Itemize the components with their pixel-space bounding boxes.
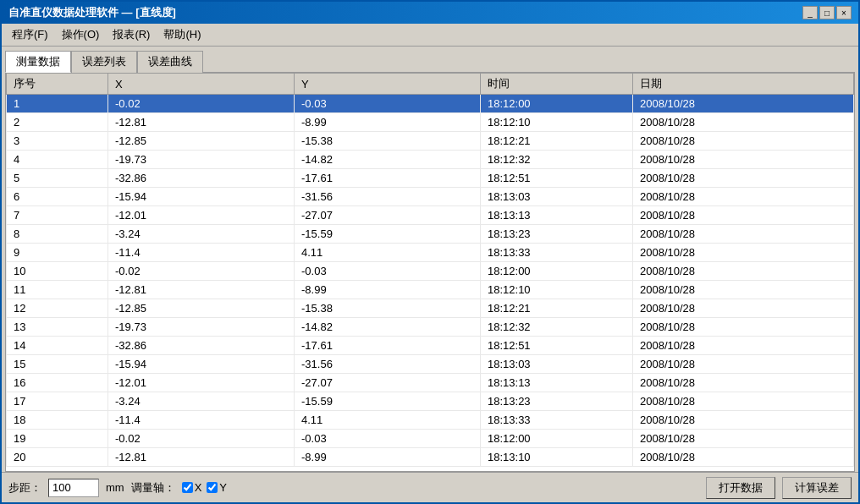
cell-seq: 11: [7, 281, 108, 299]
content-area: 序号 X Y 时间 日期 1-0.02-0.0318:12:002008/10/…: [5, 72, 855, 472]
status-bar: 步距： mm 调量轴： X Y 打开数据 计算误差: [2, 472, 858, 502]
menu-operation[interactable]: 操作(O): [55, 25, 107, 44]
menu-program[interactable]: 程序(F): [5, 25, 55, 44]
table-row[interactable]: 9-11.44.1118:13:332008/10/28: [7, 244, 854, 262]
menu-help[interactable]: 帮助(H): [157, 25, 207, 44]
cell-x: -3.24: [108, 225, 295, 244]
cell-y: -8.99: [295, 113, 481, 132]
table-row[interactable]: 17-3.24-15.5918:13:232008/10/28: [7, 392, 854, 411]
cell-y: -15.38: [295, 132, 481, 151]
col-header-y: Y: [295, 74, 481, 95]
cell-x: -3.24: [108, 392, 295, 411]
close-button[interactable]: ×: [836, 6, 852, 19]
cell-y: -0.03: [295, 430, 481, 448]
table-row[interactable]: 12-12.85-15.3818:12:212008/10/28: [7, 299, 854, 318]
cell-date: 2008/10/28: [633, 355, 854, 374]
table-row[interactable]: 14-32.86-17.6118:12:512008/10/28: [7, 337, 854, 355]
cell-time: 18:12:00: [481, 430, 633, 448]
tab-measurement-data[interactable]: 测量数据: [5, 51, 71, 73]
cell-x: -12.85: [108, 132, 295, 151]
table-row[interactable]: 2-12.81-8.9918:12:102008/10/28: [7, 113, 854, 132]
minimize-button[interactable]: _: [802, 6, 818, 19]
cell-x: -15.94: [108, 355, 295, 374]
cell-date: 2008/10/28: [633, 244, 854, 262]
table-row[interactable]: 6-15.94-31.5618:13:032008/10/28: [7, 188, 854, 206]
table-row[interactable]: 20-12.81-8.9918:13:102008/10/28: [7, 448, 854, 467]
table-row[interactable]: 4-19.73-14.8218:12:322008/10/28: [7, 151, 854, 169]
cell-y: -31.56: [295, 355, 481, 374]
cell-date: 2008/10/28: [633, 113, 854, 132]
maximize-button[interactable]: □: [819, 6, 835, 19]
table-row[interactable]: 19-0.02-0.0318:12:002008/10/28: [7, 430, 854, 448]
cell-time: 18:12:00: [481, 95, 633, 113]
window-title: 自准直仪数据处理软件 — [直线度]: [8, 5, 176, 20]
cell-date: 2008/10/28: [633, 411, 854, 430]
table-row[interactable]: 7-12.01-27.0718:13:132008/10/28: [7, 206, 854, 225]
tab-error-list[interactable]: 误差列表: [71, 51, 137, 73]
cell-y: -14.82: [295, 151, 481, 169]
table-row[interactable]: 10-0.02-0.0318:12:002008/10/28: [7, 262, 854, 281]
x-axis-checkbox-label[interactable]: X: [182, 481, 202, 494]
cell-time: 18:13:13: [481, 374, 633, 392]
cell-y: -15.38: [295, 299, 481, 318]
data-table-container[interactable]: 序号 X Y 时间 日期 1-0.02-0.0318:12:002008/10/…: [6, 73, 854, 471]
title-bar: 自准直仪数据处理软件 — [直线度] _ □ ×: [2, 2, 858, 24]
window-controls: _ □ ×: [802, 6, 852, 19]
cell-time: 18:12:00: [481, 262, 633, 281]
cell-seq: 5: [7, 169, 108, 188]
cell-y: 4.11: [295, 411, 481, 430]
calc-error-button[interactable]: 计算误差: [782, 477, 852, 499]
open-data-button[interactable]: 打开数据: [706, 477, 775, 499]
distance-input[interactable]: [48, 479, 99, 497]
cell-time: 18:13:13: [481, 206, 633, 225]
table-row[interactable]: 13-19.73-14.8218:12:322008/10/28: [7, 318, 854, 337]
cell-seq: 6: [7, 188, 108, 206]
cell-date: 2008/10/28: [633, 374, 854, 392]
cell-time: 18:13:10: [481, 448, 633, 467]
cell-y: -0.03: [295, 262, 481, 281]
cell-date: 2008/10/28: [633, 151, 854, 169]
cell-x: -0.02: [108, 430, 295, 448]
y-axis-checkbox[interactable]: [207, 482, 218, 493]
cell-y: -15.59: [295, 392, 481, 411]
cell-date: 2008/10/28: [633, 188, 854, 206]
table-row[interactable]: 11-12.81-8.9918:12:102008/10/28: [7, 281, 854, 299]
cell-date: 2008/10/28: [633, 392, 854, 411]
cell-date: 2008/10/28: [633, 318, 854, 337]
cell-x: -32.86: [108, 169, 295, 188]
cell-seq: 13: [7, 318, 108, 337]
table-row[interactable]: 3-12.85-15.3818:12:212008/10/28: [7, 132, 854, 151]
table-row[interactable]: 15-15.94-31.5618:13:032008/10/28: [7, 355, 854, 374]
cell-seq: 12: [7, 299, 108, 318]
table-row[interactable]: 16-12.01-27.0718:13:132008/10/28: [7, 374, 854, 392]
cell-y: -17.61: [295, 169, 481, 188]
col-header-date: 日期: [633, 74, 854, 95]
table-row[interactable]: 1-0.02-0.0318:12:002008/10/28: [7, 95, 854, 113]
cell-x: -19.73: [108, 151, 295, 169]
cell-seq: 19: [7, 430, 108, 448]
table-row[interactable]: 8-3.24-15.5918:13:232008/10/28: [7, 225, 854, 244]
cell-y: -27.07: [295, 374, 481, 392]
cell-seq: 4: [7, 151, 108, 169]
cell-time: 18:12:10: [481, 113, 633, 132]
cell-date: 2008/10/28: [633, 132, 854, 151]
cell-seq: 16: [7, 374, 108, 392]
cell-seq: 8: [7, 225, 108, 244]
cell-date: 2008/10/28: [633, 225, 854, 244]
cell-y: -0.03: [295, 95, 481, 113]
cell-y: 4.11: [295, 244, 481, 262]
x-axis-checkbox[interactable]: [182, 482, 193, 493]
cell-seq: 14: [7, 337, 108, 355]
menu-report[interactable]: 报表(R): [106, 25, 157, 44]
distance-unit: mm: [106, 481, 124, 494]
cell-time: 18:13:23: [481, 392, 633, 411]
table-row[interactable]: 18-11.44.1118:13:332008/10/28: [7, 411, 854, 430]
cell-x: -12.01: [108, 374, 295, 392]
tab-bar: 测量数据 误差列表 误差曲线: [2, 47, 858, 72]
y-axis-checkbox-label[interactable]: Y: [207, 481, 227, 494]
tab-error-curve[interactable]: 误差曲线: [137, 51, 203, 73]
table-row[interactable]: 5-32.86-17.6118:12:512008/10/28: [7, 169, 854, 188]
cell-y: -15.59: [295, 225, 481, 244]
cell-date: 2008/10/28: [633, 448, 854, 467]
cell-seq: 10: [7, 262, 108, 281]
